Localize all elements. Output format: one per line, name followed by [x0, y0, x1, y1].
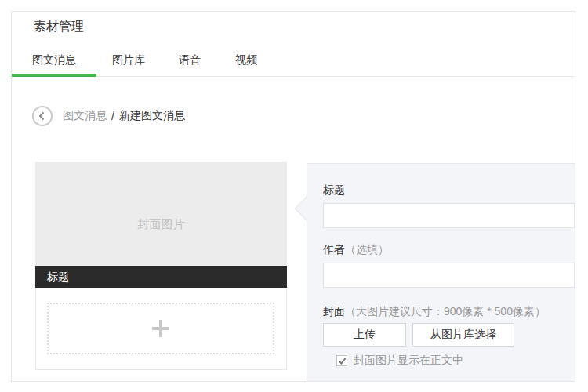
cover-size-hint: （大图片建议尺寸：900像素 * 500像素）: [345, 305, 546, 318]
tab-audio[interactable]: 语音: [161, 44, 219, 76]
material-management-card: 素材管理 图文消息 图片库 语音 视频 图文消息 / 新建图文消息 封面图片 标…: [11, 11, 575, 382]
cover-label-text: 封面: [323, 305, 345, 318]
breadcrumb-parent-link[interactable]: 图文消息: [63, 109, 107, 123]
preview-title-bar: 标题: [35, 266, 287, 288]
cover-placeholder-text: 封面图片: [138, 217, 185, 232]
add-article-area[interactable]: [47, 303, 274, 354]
choose-from-library-button[interactable]: 从图片库选择: [412, 323, 514, 347]
title-label: 标题: [323, 183, 345, 198]
article-preview-card: 封面图片 标题: [35, 162, 287, 370]
tab-article-message[interactable]: 图文消息: [12, 44, 96, 76]
title-input[interactable]: [323, 203, 575, 228]
tab-bar: 图文消息 图片库 语音 视频: [12, 44, 575, 77]
checkmark-icon: [338, 357, 347, 365]
show-cover-checkbox-label: 封面图片显示在正文中: [354, 354, 463, 368]
preview-body: [35, 288, 287, 370]
plus-icon: [152, 320, 169, 337]
show-cover-checkbox-row[interactable]: 封面图片显示在正文中: [336, 354, 463, 367]
page-title: 素材管理: [34, 18, 84, 35]
article-edit-panel: 标题 作者（选填） 封面（大图片建议尺寸：900像素 * 500像素） 上传 从…: [307, 163, 575, 381]
author-label-text: 作者: [323, 243, 345, 256]
chevron-left-icon: [38, 111, 47, 121]
breadcrumb-separator: /: [111, 110, 114, 122]
panel-arrow-left-icon: [294, 196, 318, 220]
show-cover-checkbox[interactable]: [336, 355, 347, 366]
tab-video[interactable]: 视频: [219, 44, 274, 76]
tab-image-library[interactable]: 图片库: [96, 44, 161, 76]
breadcrumb: 图文消息 / 新建图文消息: [32, 106, 185, 126]
cover-image-placeholder: 封面图片 标题: [35, 162, 287, 288]
author-label: 作者（选填）: [323, 243, 389, 257]
breadcrumb-current: 新建图文消息: [119, 109, 185, 123]
upload-button[interactable]: 上传: [323, 323, 406, 347]
author-optional-hint: （选填）: [345, 243, 389, 256]
author-input[interactable]: [323, 263, 575, 288]
back-button[interactable]: [32, 106, 53, 126]
cover-label: 封面（大图片建议尺寸：900像素 * 500像素）: [323, 305, 546, 319]
